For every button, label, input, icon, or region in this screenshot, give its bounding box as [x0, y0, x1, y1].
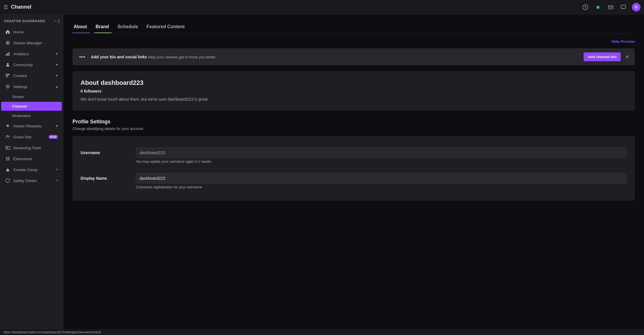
username-label: Username: [81, 148, 127, 155]
topbar-left: ☰ Channel: [3, 4, 581, 10]
svg-rect-2: [608, 6, 613, 9]
mail-icon[interactable]: [607, 3, 615, 11]
svg-rect-7: [7, 53, 8, 56]
sidebar-item-creator-camp-label: Creator Camp: [13, 168, 52, 172]
sidebar-item-streaming-tools[interactable]: Streaming Tools: [1, 143, 62, 153]
sidebar-item-community-label: Community: [13, 63, 53, 67]
bio-banner-new-badge: NEW: [77, 55, 87, 59]
status-bar-url: https://dashboard.twitch.tv/u/dashboard2…: [3, 330, 101, 334]
bio-banner-text: Add your bio and social links Help your …: [91, 55, 580, 59]
topbar-title: Channel: [11, 4, 31, 10]
chat-icon[interactable]: [619, 3, 627, 11]
sidebar-subitem-channel[interactable]: Channel: [1, 102, 62, 111]
sidebar-item-settings-label: Settings: [13, 85, 53, 89]
safety-center-icon: [5, 178, 10, 183]
add-channel-bio-button[interactable]: Add channel bio: [584, 52, 621, 61]
bio-banner: NEW Add your bio and social links Help y…: [72, 48, 635, 65]
hamburger-icon[interactable]: ☰: [3, 4, 8, 10]
analytics-icon: [5, 51, 10, 56]
safety-center-external-icon: ↗: [55, 179, 58, 183]
svg-rect-17: [7, 147, 8, 148]
sidebar-item-viewer-rewards-label: Viewer Rewards: [13, 124, 53, 128]
username-input[interactable]: [136, 148, 627, 158]
creator-camp-external-icon: ↗: [55, 168, 58, 172]
community-chevron-icon: ▾: [56, 63, 58, 67]
settings-icon: [5, 84, 10, 89]
sidebar-item-content[interactable]: Content ▾: [1, 70, 62, 81]
tab-about[interactable]: About: [72, 21, 92, 33]
profile-settings-subtitle: Change identifying details for your acco…: [72, 127, 635, 131]
username-hint: You may update your username again in 2 …: [136, 160, 627, 164]
sidebar-item-home[interactable]: Home: [1, 27, 62, 37]
profile-settings-card: Username You may update your username ag…: [72, 136, 635, 201]
home-icon: [5, 29, 10, 35]
help-icon[interactable]: ?: [581, 3, 589, 11]
analytics-chevron-icon: ▾: [56, 52, 58, 56]
sparks-icon[interactable]: [594, 3, 602, 11]
sidebar-item-safety-center[interactable]: Safety Center ↗: [1, 175, 62, 186]
svg-rect-6: [6, 54, 7, 56]
username-field-row: Username You may update your username ag…: [81, 143, 627, 169]
tab-brand[interactable]: Brand: [94, 21, 114, 33]
sidebar-collapse-button[interactable]: ←|: [54, 18, 60, 24]
sidebar-item-guest-star[interactable]: Guest Star NEW: [1, 132, 62, 142]
avatar[interactable]: D: [632, 3, 641, 12]
bio-banner-main-text: Add your bio and social links: [91, 55, 147, 59]
sidebar-item-streaming-tools-label: Streaming Tools: [13, 146, 58, 150]
settings-chevron-icon: ▴: [56, 85, 58, 89]
display-name-field-row: Display Name Customize capitalization fo…: [81, 169, 627, 194]
hide-preview-button[interactable]: Hide Preview: [611, 39, 635, 44]
sidebar-item-extensions-label: Extensions: [13, 157, 58, 161]
tab-featured-content[interactable]: Featured Content: [146, 21, 190, 33]
sidebar-item-viewer-rewards[interactable]: Viewer Rewards ▾: [1, 121, 62, 131]
display-name-field-content: Customize capitalization for your userna…: [136, 173, 627, 189]
svg-rect-12: [6, 76, 8, 77]
username-field-content: You may update your username again in 2 …: [136, 148, 627, 164]
svg-rect-3: [621, 5, 626, 8]
sidebar-item-content-label: Content: [13, 74, 53, 78]
svg-rect-10: [6, 74, 10, 75]
topbar: ☰ Channel ? D: [0, 0, 644, 14]
sidebar-header: Creator Dashboard ←|: [0, 14, 63, 26]
svg-point-15: [8, 136, 9, 137]
sidebar-item-community[interactable]: Community ▾: [1, 60, 62, 70]
content-chevron-icon: ▾: [56, 74, 58, 78]
creator-camp-icon: [5, 167, 10, 172]
svg-point-13: [7, 86, 9, 87]
guest-star-new-badge: NEW: [49, 135, 58, 139]
sidebar-subitem-stream[interactable]: Stream: [1, 92, 62, 101]
viewer-rewards-chevron-icon: ▾: [56, 124, 58, 128]
viewer-rewards-icon: [5, 123, 10, 129]
sidebar-item-creator-camp[interactable]: Creator Camp ↗: [1, 164, 62, 175]
svg-rect-8: [9, 52, 9, 56]
bio-banner-close-button[interactable]: ✕: [624, 53, 630, 60]
display-name-hint: Customize capitalization for your userna…: [136, 185, 627, 189]
about-followers: 0 followers: [81, 89, 627, 93]
extensions-icon: [5, 156, 10, 161]
sidebar-item-safety-center-label: Safety Center: [13, 179, 52, 183]
profile-settings-title: Profile Settings: [72, 119, 635, 125]
svg-rect-11: [6, 75, 9, 76]
sidebar-item-stream-manager[interactable]: Stream Manager: [1, 38, 62, 48]
sidebar-subitem-moderation[interactable]: Moderation: [1, 111, 62, 120]
sidebar-item-guest-star-label: Guest Star: [13, 135, 46, 139]
community-icon: [5, 62, 10, 67]
sidebar-item-analytics-label: Analytics: [13, 52, 53, 56]
sidebar-item-analytics[interactable]: Analytics ▾: [1, 49, 62, 59]
content-area: About Brand Schedule Featured Content Hi…: [63, 14, 644, 329]
sidebar-item-settings[interactable]: Settings ▴: [1, 81, 62, 92]
sidebar-item-home-label: Home: [13, 30, 58, 34]
sidebar-item-extensions[interactable]: Extensions: [1, 154, 62, 164]
sidebar-subitem-moderation-label: Moderation: [12, 114, 31, 118]
display-name-label: Display Name: [81, 173, 127, 181]
status-bar: https://dashboard.twitch.tv/u/dashboard2…: [0, 329, 644, 335]
about-title: About dashboard223: [81, 79, 627, 87]
sidebar: Creator Dashboard ←| Home Stream Manager: [0, 14, 63, 329]
about-description: We don't know much about them, but we're…: [81, 97, 627, 102]
topbar-right: ? D: [581, 3, 641, 12]
stream-manager-icon: [5, 40, 10, 45]
followers-count: 0: [81, 89, 83, 93]
display-name-input[interactable]: [136, 173, 627, 183]
tab-schedule[interactable]: Schedule: [116, 21, 143, 33]
about-card: About dashboard223 0 followers We don't …: [72, 71, 635, 111]
